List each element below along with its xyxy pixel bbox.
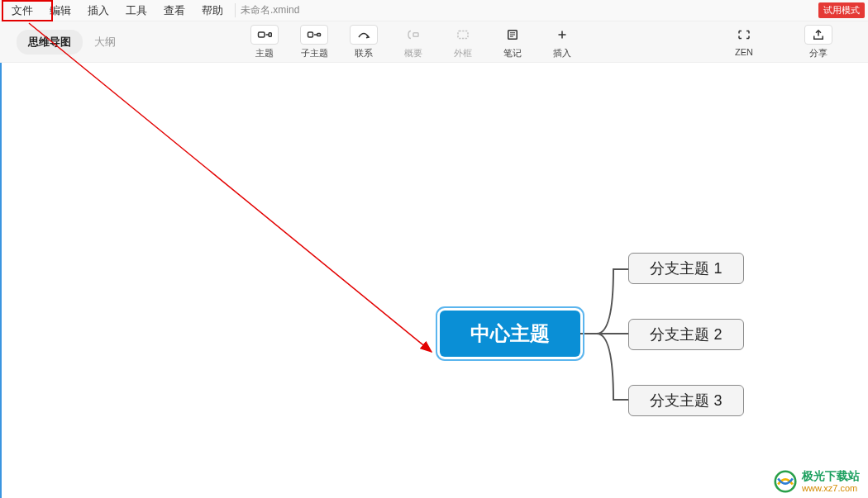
subtopic-button[interactable]: 子主题 — [298, 25, 331, 59]
svg-line-8 — [29, 23, 432, 352]
share-icon — [804, 25, 832, 45]
summary-label: 概要 — [404, 47, 422, 59]
notes-button[interactable]: 笔记 — [496, 25, 529, 59]
trial-mode-badge: 试用模式 — [818, 2, 865, 18]
toolbar-right: ZEN 分享 — [727, 25, 835, 59]
svg-rect-2 — [308, 32, 313, 37]
menu-insert[interactable]: 插入 — [79, 1, 117, 21]
notes-icon — [498, 25, 527, 45]
tab-mindmap[interactable]: 思维导图 — [17, 30, 83, 55]
annotation-arrow — [26, 21, 456, 377]
topic-button[interactable]: 主题 — [248, 25, 281, 59]
notes-label: 笔记 — [503, 47, 522, 59]
menu-tools[interactable]: 工具 — [117, 1, 155, 21]
watermark-logo-icon — [774, 470, 797, 493]
insert-icon — [548, 25, 576, 45]
svg-rect-5 — [458, 31, 468, 39]
insert-button[interactable]: 插入 — [546, 25, 579, 59]
branch-topic-1[interactable]: 分支主题 1 — [628, 253, 744, 284]
svg-rect-4 — [413, 33, 418, 37]
boundary-button[interactable]: 外框 — [446, 25, 479, 59]
relation-icon — [350, 25, 378, 45]
share-button[interactable]: 分享 — [802, 25, 835, 59]
svg-rect-1 — [269, 33, 271, 37]
relation-button[interactable]: 联系 — [347, 25, 380, 59]
summary-icon — [399, 25, 427, 45]
toolbar: 主题 子主题 联系 概要 外框 — [248, 25, 579, 59]
watermark-title: 极光下载站 — [802, 470, 860, 482]
watermark: 极光下载站 www.xz7.com — [774, 470, 860, 493]
center-topic[interactable]: 中心主题 — [440, 311, 580, 357]
boundary-icon — [449, 25, 477, 45]
topic-label: 主题 — [255, 47, 274, 59]
zen-button[interactable]: ZEN — [727, 25, 761, 57]
secondary-bar: 思维导图 大纲 主题 子主题 联系 概要 — [0, 21, 868, 63]
zen-label: ZEN — [735, 47, 753, 57]
subtopic-icon — [300, 25, 328, 45]
branch-topic-3[interactable]: 分支主题 3 — [628, 385, 744, 416]
tab-outline[interactable]: 大纲 — [83, 30, 127, 55]
menubar: 文件 编辑 插入 工具 查看 帮助 未命名.xmind — [0, 0, 868, 21]
view-tabs: 思维导图 大纲 — [17, 30, 127, 55]
menu-help[interactable]: 帮助 — [193, 1, 231, 21]
svg-rect-0 — [259, 32, 265, 37]
topic-icon — [250, 25, 279, 45]
share-label: 分享 — [809, 47, 827, 59]
menu-view[interactable]: 查看 — [155, 1, 193, 21]
branch-topic-2[interactable]: 分支主题 2 — [628, 319, 744, 350]
menu-edit[interactable]: 编辑 — [41, 1, 79, 21]
filename-label: 未命名.xmind — [235, 3, 299, 17]
svg-point-9 — [775, 472, 796, 492]
subtopic-label: 子主题 — [301, 47, 328, 59]
svg-rect-3 — [317, 34, 321, 36]
insert-label: 插入 — [553, 47, 571, 59]
relation-label: 联系 — [355, 47, 373, 59]
zen-icon — [730, 25, 758, 45]
summary-button[interactable]: 概要 — [397, 25, 430, 59]
watermark-url: www.xz7.com — [802, 483, 860, 493]
menu-file[interactable]: 文件 — [3, 1, 41, 21]
canvas[interactable]: 中心主题 分支主题 1 分支主题 2 分支主题 3 极光下载站 www.xz7.… — [0, 63, 868, 498]
boundary-label: 外框 — [454, 47, 472, 59]
